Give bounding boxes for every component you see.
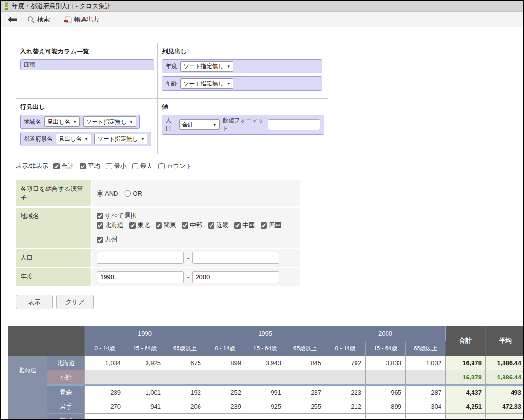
age-group-header: 65歳以上 [406, 341, 446, 356]
region-checkbox-関東[interactable]: 関東 [156, 221, 176, 230]
heading-name-select[interactable]: 見出し名▼ [44, 116, 80, 127]
swappable-columns-title: 入れ替え可能カラム一覧 [20, 47, 154, 56]
prefecture-cell: 岩手 [47, 399, 85, 414]
sort-order-select[interactable]: ソート指定無し▼ [83, 116, 136, 127]
back-button[interactable] [8, 16, 17, 23]
value-cell: 287 [406, 385, 446, 399]
value-cell: 1,034 [85, 356, 125, 370]
subtotal-empty-cell [366, 370, 406, 385]
select-all-checkbox[interactable]: すべて選択 [97, 211, 136, 220]
subtotal-label-cell: 小計 [47, 370, 85, 385]
report-output-button[interactable]: 帳票出力 [62, 14, 101, 25]
crosstab-table-container: 199019952000合計平均0 - 14歳15 - 64歳65歳以上0 - … [8, 326, 523, 420]
row-headers-section: 行見出し 地域名 見出し名▼ ソート指定無し▼ 都道府県名 見出し名▼ ソート指… [16, 98, 158, 154]
subtotal-row: 小計16,9781,886.44 [8, 370, 524, 385]
chevron-down-icon: ▼ [227, 64, 231, 69]
field-label: 地域名 [24, 118, 41, 126]
app-window: 年度・都道府県別人口 - クロス集計 検索 帳票出力 [0, 0, 524, 420]
sort-order-select[interactable]: ソート指定無し▼ [180, 61, 233, 72]
value-cell: 1,596 [245, 414, 285, 420]
operator-radio-OR[interactable]: OR [125, 190, 142, 197]
column-header-field-age[interactable]: 年齢 ソート指定無し▼ [162, 76, 322, 91]
subtotal-empty-cell [245, 370, 285, 385]
row-header-field-prefecture[interactable]: 都道府県名 見出し名▼ ソート指定無し▼ [20, 132, 151, 146]
value-cell: 1,032 [406, 356, 446, 370]
region-checkbox-中国[interactable]: 中国 [234, 221, 255, 230]
age-group-header: 15 - 64歳 [125, 341, 165, 356]
filter-label-year: 年度 [16, 268, 92, 286]
visibility-checkbox-合計[interactable]: 合計 [53, 162, 74, 170]
heading-name-select[interactable]: 見出し名▼ [56, 134, 91, 144]
subtotal-total-cell: 16,978 [446, 370, 486, 385]
column-header-field-year[interactable]: 年度 ソート指定無し▼ [162, 59, 322, 74]
filter-label-region: 地域名 [16, 208, 92, 248]
region-cell: 東北 [8, 385, 47, 420]
chevron-down-icon: ▼ [84, 137, 88, 141]
search-icon [27, 16, 35, 23]
value-cell: 1,535 [125, 414, 165, 420]
visibility-checkbox-最大[interactable]: 最大 [132, 162, 153, 170]
year-group-header: 1990 [85, 326, 205, 341]
region-checkbox-北海道[interactable]: 北海道 [97, 221, 124, 230]
filter-label-population: 人口 [16, 249, 92, 267]
value-cell: 192 [165, 385, 205, 399]
year-from-input[interactable] [97, 271, 184, 283]
search-button[interactable]: 検索 [25, 14, 52, 25]
visibility-checkbox-平均[interactable]: 平均 [80, 162, 100, 170]
sort-order-select[interactable]: ソート指定無し▼ [94, 134, 147, 144]
age-group-header: 15 - 64歳 [366, 341, 406, 356]
range-dash: - [187, 273, 189, 281]
value-cell: 255 [285, 399, 325, 414]
value-cell: 675 [165, 356, 205, 370]
filter-row-region: 地域名 すべて選択 北海道東北関東中部近畿中国四国九州 [16, 208, 300, 248]
average-column-header: 平均 [486, 326, 524, 356]
value-cell: 991 [245, 385, 285, 399]
value-cell: 267 [165, 414, 205, 420]
report-output-label: 帳票出力 [74, 15, 99, 24]
swappable-column-item[interactable]: 面積 [20, 59, 154, 70]
age-group-header: 0 - 14歳 [325, 341, 366, 356]
row-header-field-region[interactable]: 地域名 見出し名▼ ソート指定無し▼ [20, 115, 140, 129]
value-cell: 845 [285, 356, 325, 370]
region-checkbox-東北[interactable]: 東北 [129, 221, 150, 230]
year-group-header: 1995 [205, 326, 325, 341]
column-headers-section: 列見出し 年度 ソート指定無し▼ 年齢 ソート指定無し▼ [158, 43, 328, 98]
value-cell: 3,833 [366, 356, 406, 370]
visibility-row: 表示/非表示 合計平均最小最大カウント [16, 162, 510, 170]
show-button[interactable]: 表示 [16, 295, 53, 309]
row-total-cell: 6,934 [446, 414, 486, 420]
value-cell: 354 [325, 414, 366, 420]
value-cell: 3,943 [245, 356, 285, 370]
year-to-input[interactable] [192, 271, 279, 283]
filter-row-population: 人口 - [16, 249, 300, 267]
subtotal-average-cell: 1,886.44 [486, 370, 524, 385]
population-from-input[interactable] [97, 252, 184, 264]
region-checkbox-四国[interactable]: 四国 [261, 221, 281, 230]
title-bar: 年度・都道府県別人口 - クロス集計 [1, 1, 523, 12]
visibility-checkbox-最小[interactable]: 最小 [106, 162, 126, 170]
chevron-down-icon: ▼ [227, 82, 231, 86]
region-checkbox-近畿[interactable]: 近畿 [208, 221, 229, 230]
value-cell: 212 [325, 399, 366, 414]
value-cell: 1,602 [366, 414, 406, 420]
subtotal-empty-cell [85, 370, 125, 385]
region-checkbox-中部[interactable]: 中部 [182, 221, 202, 230]
region-cell: 北海道 [8, 356, 47, 385]
table-row: 宮城4391,5352673941,5963383541,6024096,934… [8, 414, 524, 420]
operator-radio-AND[interactable]: AND [97, 190, 118, 197]
number-format-input[interactable] [268, 119, 320, 130]
field-label: 人口 [166, 116, 176, 133]
value-cell: 925 [245, 399, 285, 414]
value-cell: 439 [85, 414, 125, 420]
visibility-checkbox-カウント[interactable]: カウント [158, 162, 192, 170]
sort-order-select[interactable]: ソート指定無し▼ [180, 78, 233, 89]
subtotal-empty-cell [325, 370, 366, 385]
value-field-population[interactable]: 人口 合計▼ 数値フォーマット [162, 115, 324, 135]
swappable-columns-section: 入れ替え可能カラム一覧 面積 [16, 43, 158, 98]
clear-button[interactable]: クリア [56, 295, 94, 309]
page-content: 入れ替え可能カラム一覧 面積 列見出し 年度 ソート指定無し▼ 年齢 ソート指定… [1, 27, 523, 420]
population-to-input[interactable] [192, 252, 279, 264]
region-checkbox-九州[interactable]: 九州 [97, 235, 117, 244]
aggregation-select[interactable]: 合計▼ [179, 119, 220, 130]
age-group-header: 0 - 14歳 [85, 341, 125, 356]
